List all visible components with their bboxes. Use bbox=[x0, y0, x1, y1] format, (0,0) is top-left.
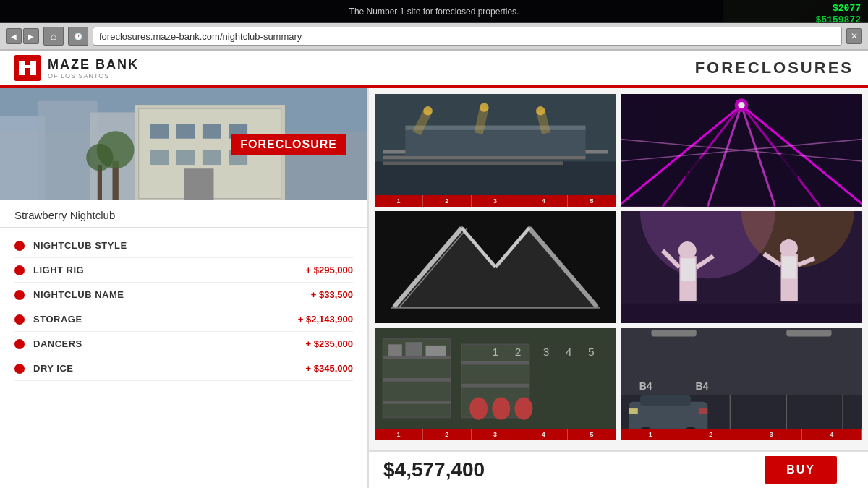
feature-storage[interactable]: STORAGE + $2,143,900 bbox=[14, 307, 353, 332]
svg-line-35 bbox=[540, 111, 546, 133]
svg-point-86 bbox=[514, 398, 532, 420]
svg-rect-27 bbox=[383, 161, 563, 165]
cursor-icon: ☞ bbox=[841, 461, 854, 479]
buy-button[interactable]: BUY bbox=[765, 456, 837, 484]
svg-rect-79 bbox=[405, 343, 422, 356]
feature-dot bbox=[14, 339, 25, 349]
section-title: FORECLOSURES bbox=[695, 59, 854, 77]
feature-name: NIGHTCLUB STYLE bbox=[33, 240, 353, 251]
right-panel: 1 2 3 4 5 bbox=[369, 88, 868, 488]
gallery-item-3[interactable] bbox=[375, 211, 616, 324]
svg-rect-74 bbox=[383, 339, 450, 418]
svg-line-33 bbox=[417, 111, 428, 133]
gallery-tabs-1: 1 2 3 4 5 bbox=[375, 195, 616, 207]
url-close-button[interactable]: ✕ bbox=[846, 28, 862, 44]
svg-rect-47 bbox=[775, 167, 798, 206]
svg-point-30 bbox=[423, 106, 432, 115]
feature-price: + $295,000 bbox=[306, 265, 353, 275]
svg-point-85 bbox=[492, 398, 510, 420]
svg-rect-23 bbox=[375, 94, 616, 207]
svg-line-65 bbox=[697, 256, 713, 267]
svg-rect-101 bbox=[640, 395, 691, 407]
feature-light-rig[interactable]: LIGHT RIG + $295,000 bbox=[14, 258, 353, 283]
svg-rect-73 bbox=[375, 328, 616, 440]
svg-rect-81 bbox=[461, 345, 529, 418]
back-button[interactable]: ◀ bbox=[6, 28, 22, 44]
foreclosure-badge: FORECLOSURE bbox=[231, 134, 346, 155]
svg-point-31 bbox=[480, 103, 488, 111]
property-image: FORECLOSURE bbox=[0, 88, 367, 200]
svg-line-56 bbox=[461, 228, 495, 267]
svg-line-58 bbox=[400, 228, 467, 307]
bank-logo-icon bbox=[14, 55, 41, 81]
tab-2[interactable]: 2 bbox=[423, 195, 472, 207]
svg-rect-16 bbox=[203, 150, 221, 165]
feature-nightclub-name[interactable]: NIGHTCLUB NAME + $33,500 bbox=[14, 283, 353, 307]
url-text: foreclosures.maze-bank.com/nightclub-sum… bbox=[99, 31, 302, 42]
svg-line-55 bbox=[529, 228, 597, 307]
feature-nightclub-style[interactable]: NIGHTCLUB STYLE bbox=[14, 234, 353, 258]
url-bar[interactable]: foreclosures.maze-bank.com/nightclub-sum… bbox=[93, 27, 842, 46]
gallery-item-1[interactable]: 1 2 3 4 5 bbox=[375, 94, 616, 207]
svg-rect-11 bbox=[176, 124, 195, 139]
svg-rect-28 bbox=[405, 128, 585, 156]
svg-text:1: 1 bbox=[493, 346, 499, 358]
svg-point-46 bbox=[687, 158, 705, 176]
tab-4[interactable]: 4 bbox=[519, 429, 568, 440]
svg-point-60 bbox=[640, 211, 775, 278]
tab-3[interactable]: 3 bbox=[472, 195, 520, 207]
svg-rect-45 bbox=[685, 173, 707, 207]
svg-rect-59 bbox=[621, 211, 862, 324]
tab-4[interactable]: 4 bbox=[519, 195, 568, 207]
svg-rect-66 bbox=[681, 258, 695, 281]
svg-rect-12 bbox=[203, 124, 221, 139]
svg-rect-71 bbox=[782, 256, 796, 278]
history-button[interactable]: 🕐 bbox=[68, 27, 88, 46]
svg-point-68 bbox=[780, 239, 798, 257]
svg-rect-62 bbox=[679, 256, 696, 301]
gallery-item-2[interactable] bbox=[621, 94, 862, 207]
tab-5[interactable]: 5 bbox=[568, 195, 616, 207]
tagline: The Number 1 site for foreclosed propert… bbox=[349, 7, 519, 17]
tab-2[interactable]: 2 bbox=[681, 429, 742, 440]
nav-buttons: ◀ ▶ bbox=[6, 28, 39, 44]
svg-line-57 bbox=[495, 228, 529, 267]
svg-marker-52 bbox=[394, 228, 597, 307]
gallery-item-4[interactable] bbox=[621, 211, 862, 324]
svg-line-38 bbox=[663, 106, 741, 207]
tab-1[interactable]: 1 bbox=[375, 195, 423, 207]
browser-chrome: ◀ ▶ ⌂ 🕐 foreclosures.maze-bank.com/night… bbox=[0, 23, 868, 51]
svg-text:3: 3 bbox=[543, 346, 550, 358]
feature-name: LIGHT RIG bbox=[33, 265, 306, 275]
tab-2[interactable]: 2 bbox=[423, 429, 472, 440]
bank-header: MAZE BANK OF LOS SANTOS FORECLOSURES bbox=[0, 51, 868, 88]
svg-text:B4: B4 bbox=[696, 380, 709, 392]
tab-3[interactable]: 3 bbox=[472, 429, 520, 440]
svg-point-103 bbox=[684, 427, 698, 440]
svg-rect-72 bbox=[621, 303, 862, 323]
forward-button[interactable]: ▶ bbox=[23, 28, 39, 44]
tab-1[interactable]: 1 bbox=[375, 429, 423, 440]
svg-rect-36 bbox=[621, 94, 862, 207]
svg-rect-76 bbox=[383, 378, 450, 382]
gallery-item-5[interactable]: 1 2 3 4 5 1 2 3 4 5 bbox=[375, 328, 616, 440]
tab-3[interactable]: 3 bbox=[741, 429, 802, 440]
tab-1[interactable]: 1 bbox=[621, 429, 681, 440]
top-bar: The Number 1 site for foreclosed propert… bbox=[0, 0, 868, 23]
feature-dancers[interactable]: DANCERS + $235,000 bbox=[14, 332, 353, 356]
feature-name: NIGHTCLUB NAME bbox=[33, 289, 311, 300]
svg-rect-14 bbox=[150, 150, 169, 165]
svg-line-44 bbox=[621, 139, 862, 161]
gallery-item-6[interactable]: B4 B4 1 2 3 bbox=[621, 328, 862, 440]
bank-logo: MAZE BANK OF LOS SANTOS bbox=[14, 55, 139, 81]
property-title: Strawberry Nightclub bbox=[0, 200, 367, 228]
svg-rect-67 bbox=[780, 254, 797, 301]
svg-point-49 bbox=[735, 98, 749, 112]
home-button[interactable]: ⌂ bbox=[43, 27, 64, 46]
svg-marker-53 bbox=[394, 228, 597, 307]
gallery-tabs-5: 1 2 3 4 5 bbox=[375, 429, 616, 440]
tab-4[interactable]: 4 bbox=[802, 429, 863, 440]
tab-5[interactable]: 5 bbox=[568, 429, 616, 440]
feature-dry-ice[interactable]: DRY ICE + $345,000 bbox=[14, 356, 353, 381]
feature-dot bbox=[14, 265, 25, 275]
